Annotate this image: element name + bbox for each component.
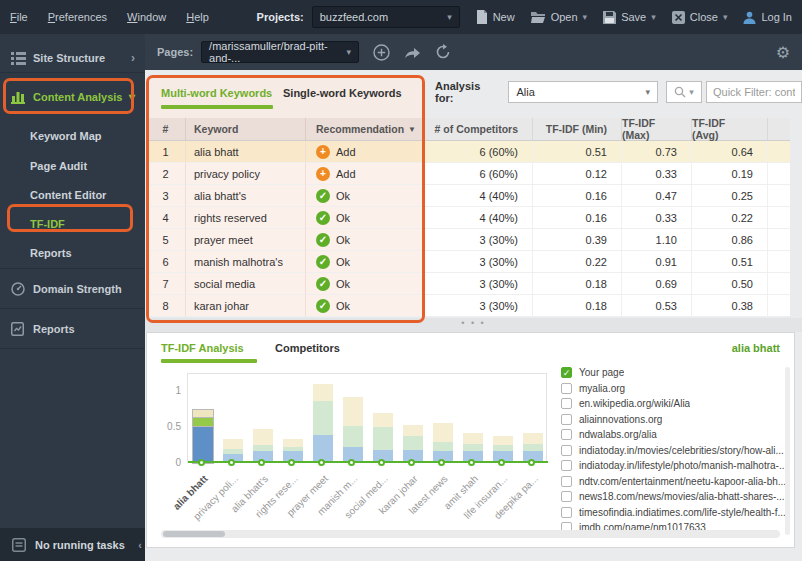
menu-preferences[interactable]: Preferences	[48, 11, 107, 23]
ok-check-icon[interactable]: ✓	[316, 233, 330, 247]
pages-select[interactable]: /marissamuller/brad-pitt-and-... ▾	[201, 41, 359, 63]
col-tfidf-max[interactable]: TF-IDF (Max)	[622, 118, 692, 141]
legend-item[interactable]: en.wikipedia.org/wiki/Alia	[561, 396, 785, 412]
add-icon[interactable]: +	[316, 145, 330, 159]
your-page-point[interactable]	[348, 459, 355, 466]
legend-checkbox[interactable]	[561, 398, 572, 409]
legend-checkbox[interactable]	[561, 507, 572, 518]
legend-checkbox[interactable]	[561, 476, 572, 487]
analysis-for-select[interactable]: Alia ▾	[508, 81, 658, 103]
bar-max-segment[interactable]	[463, 433, 483, 445]
legend-checkbox[interactable]	[561, 460, 572, 471]
legend-item[interactable]: ✓Your page	[561, 365, 785, 381]
col-keyword[interactable]: Keyword	[186, 118, 306, 141]
sidebar-item-page-audit[interactable]: Page Audit	[30, 160, 87, 172]
legend-item[interactable]: timesofindia.indiatimes.com/life-style/h…	[561, 505, 785, 521]
bar-max-segment[interactable]	[343, 397, 363, 426]
legend-scrollbar[interactable]	[785, 367, 790, 535]
bar-max-segment[interactable]	[283, 439, 303, 447]
project-select[interactable]: buzzfeed.com ▾	[312, 6, 460, 28]
sidebar-item-domain-strength[interactable]: Domain Strength	[0, 274, 145, 304]
login-button[interactable]: Log In	[743, 11, 792, 24]
legend-checkbox[interactable]: ✓	[561, 367, 572, 378]
table-row[interactable]: 1alia bhatt+Add6 (60%)0.510.730.64	[146, 141, 790, 163]
bar-avg-segment[interactable]	[313, 401, 333, 435]
menu-help[interactable]: Help	[186, 11, 209, 23]
bar-avg-segment[interactable]	[463, 444, 483, 450]
sidebar-item-content-analysis[interactable]: Content Analysis ▾	[0, 82, 145, 112]
your-page-point[interactable]	[378, 459, 385, 466]
add-icon[interactable]: +	[316, 167, 330, 181]
your-page-point[interactable]	[228, 459, 235, 466]
chevron-down-icon[interactable]: ▾	[723, 12, 728, 22]
bar-max-segment[interactable]	[403, 425, 423, 436]
bar-avg-segment[interactable]	[493, 445, 513, 451]
chevron-down-icon[interactable]: ▾	[651, 12, 656, 22]
bar-max-segment[interactable]	[253, 429, 273, 445]
sort-icon[interactable]: ▼	[408, 125, 416, 134]
table-row[interactable]: 8karan johar✓Ok3 (30%)0.180.530.38	[146, 295, 790, 317]
legend-item[interactable]: news18.com/news/movies/alia-bhatt-shares…	[561, 489, 785, 505]
bar-avg-segment[interactable]	[373, 427, 393, 450]
your-page-point[interactable]	[468, 459, 475, 466]
bar-avg-segment[interactable]	[253, 445, 273, 451]
legend-item[interactable]: indiatoday.in/movies/celebrities/story/h…	[561, 443, 785, 459]
bar-max-segment[interactable]	[523, 433, 543, 445]
gear-icon[interactable]: ⚙	[776, 43, 790, 62]
collapse-sidebar-icon[interactable]: ‹	[138, 539, 142, 551]
chart-horizontal-scrollbar[interactable]	[161, 530, 780, 538]
bar-avg-segment[interactable]	[193, 417, 213, 426]
your-page-point[interactable]	[198, 459, 205, 466]
panel-splitter[interactable]: • • •	[145, 318, 802, 332]
your-page-point[interactable]	[498, 459, 505, 466]
tab-single-word-keywords[interactable]: Single-word Keywords	[283, 87, 402, 99]
bar-avg-segment[interactable]	[523, 444, 543, 451]
refresh-icon[interactable]	[435, 44, 451, 60]
bar-avg-segment[interactable]	[223, 449, 243, 454]
table-row[interactable]: 5prayer meet✓Ok3 (30%)0.391.100.86	[146, 229, 790, 251]
bar-max-segment[interactable]	[313, 384, 333, 401]
your-page-point[interactable]	[318, 459, 325, 466]
new-button[interactable]: New	[476, 10, 515, 24]
ok-check-icon[interactable]: ✓	[316, 189, 330, 203]
ok-check-icon[interactable]: ✓	[316, 211, 330, 225]
col-num[interactable]: #	[146, 118, 186, 141]
legend-checkbox[interactable]	[561, 429, 572, 440]
sidebar-item-tfidf[interactable]: TF-IDF	[30, 218, 65, 230]
ok-check-icon[interactable]: ✓	[316, 255, 330, 269]
ok-check-icon[interactable]: ✓	[316, 299, 330, 313]
table-row[interactable]: 3alia bhatt's✓Ok4 (40%)0.160.470.25	[146, 185, 790, 207]
your-page-point[interactable]	[528, 459, 535, 466]
legend-item[interactable]: aliainnovations.org	[561, 412, 785, 428]
legend-checkbox[interactable]	[561, 414, 572, 425]
bar-avg-segment[interactable]	[403, 436, 423, 450]
your-page-point[interactable]	[438, 459, 445, 466]
tab-competitors[interactable]: Competitors	[275, 342, 340, 354]
bar-min-segment[interactable]	[193, 426, 213, 463]
legend-checkbox[interactable]	[561, 491, 572, 502]
your-page-point[interactable]	[258, 459, 265, 466]
bar-max-segment[interactable]	[373, 413, 393, 427]
bar-max-segment[interactable]	[433, 423, 453, 442]
bar-avg-segment[interactable]	[343, 426, 363, 447]
bar-max-segment[interactable]	[223, 439, 243, 449]
bar-max-segment[interactable]	[193, 410, 213, 416]
ok-check-icon[interactable]: ✓	[316, 277, 330, 291]
tab-tfidf-analysis[interactable]: TF-IDF Analysis	[161, 342, 244, 354]
menu-window[interactable]: Window	[127, 11, 166, 23]
chevron-down-icon[interactable]: ▾	[583, 12, 588, 22]
your-page-point[interactable]	[288, 459, 295, 466]
sidebar-item-keyword-map[interactable]: Keyword Map	[30, 130, 102, 142]
legend-item[interactable]: indiatoday.in/lifestyle/photo/manish-mal…	[561, 458, 785, 474]
table-row[interactable]: 2privacy policy+Add6 (60%)0.120.330.19	[146, 163, 790, 185]
add-page-icon[interactable]	[373, 44, 390, 61]
col-recommendation[interactable]: Recommendation▼	[306, 118, 425, 141]
open-button[interactable]: Open ▾	[531, 11, 587, 23]
bar-avg-segment[interactable]	[283, 447, 303, 451]
sidebar-item-reports-sub[interactable]: Reports	[30, 247, 72, 259]
col-tfidf-avg[interactable]: TF-IDF (Avg)	[692, 118, 768, 141]
table-row[interactable]: 4rights reserved✓Ok4 (40%)0.160.330.22	[146, 207, 790, 229]
table-row[interactable]: 6manish malhotra's✓Ok3 (30%)0.220.910.51	[146, 251, 790, 273]
bar-avg-segment[interactable]	[433, 442, 453, 451]
col-tfidf-min[interactable]: TF-IDF (Min)	[533, 118, 622, 141]
